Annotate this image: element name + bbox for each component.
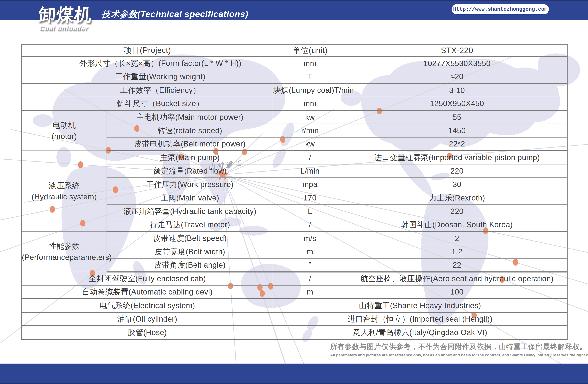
spec-label: 电气系统(Electrical system) — [21, 299, 273, 312]
spec-unit: kw — [273, 111, 347, 124]
spec-value: 1450 — [347, 124, 567, 137]
spec-unit: L/min — [273, 164, 347, 178]
disclaimer-line-cn: 所有参数与图片仅供参考，不作为合同附件及依据，山特重工保留最终解释权。 — [330, 342, 555, 352]
spec-value: 22 — [347, 258, 567, 272]
spec-label: 全封闭驾驶室(Fully enclosed cab) — [21, 272, 273, 285]
table-header-row: 项目(Project) 单位(unit) STX-220 — [21, 44, 567, 57]
spec-label: 主阀(Main valve) — [107, 191, 273, 205]
spec-value: 进口密封（恒立）(Imported seal (Hengli)) — [273, 312, 567, 326]
spec-unit: m — [273, 285, 347, 299]
spec-value: 韩国斗山(Doosan, South Korea) — [347, 218, 567, 232]
spec-value: ≈20 — [347, 70, 567, 84]
table-row: 工作重量(Working weight) T ≈20 — [21, 70, 567, 84]
spec-label: 液压油箱容量(Hydraulic tank capacity) — [107, 205, 273, 218]
spec-unit: L — [273, 205, 347, 218]
table-row: 油缸(Oil cylinder) 进口密封（恒立）(Imported seal … — [21, 312, 567, 326]
spec-value: 220 — [347, 164, 567, 178]
spec-value: 1.2 — [347, 245, 567, 258]
column-header-unit: 单位(unit) — [273, 44, 347, 57]
spec-table: 项目(Project) 单位(unit) STX-220 外形尺寸（长×宽×高）… — [21, 44, 567, 339]
spec-unit: r/min — [273, 124, 347, 137]
spec-unit: 块煤(Lumpy coal)T/min — [273, 84, 347, 97]
column-header-model: STX-220 — [347, 44, 567, 57]
spec-value: 进口变量柱赛泵(Imported variable piston pump) — [347, 151, 567, 164]
spec-unit: / — [273, 151, 347, 164]
spec-label: 主电机功率(Main motor power) — [107, 111, 273, 124]
spec-value: 航空座椅、液压操作(Aero seat and hydraulic operat… — [347, 272, 567, 285]
spec-label: 自动卷缆装置(Automatic cabling devi) — [21, 285, 273, 299]
spec-value: 2 — [347, 232, 567, 245]
spec-unit: T — [273, 70, 347, 84]
column-header-project: 项目(Project) — [21, 44, 273, 57]
spec-label: 皮带宽度(Belt width) — [107, 245, 273, 258]
website-url-text: Http://www.shantezhonggong.com — [453, 6, 547, 12]
spec-value: 22*2 — [347, 137, 567, 151]
spec-label: 皮带电机功率(Belt motor power) — [107, 137, 273, 151]
spec-label: 工作效率（Efficiency） — [21, 84, 273, 97]
logo-title: 卸煤机 — [38, 6, 93, 23]
group-label-hydraulic: 液压系统 (Hydraulic system) — [21, 151, 107, 232]
spec-unit: m — [273, 245, 347, 258]
spec-value: 55 — [347, 111, 567, 124]
spec-unit: mm — [273, 57, 347, 70]
spec-unit: m/s — [273, 232, 347, 245]
header-top-strip — [0, 0, 588, 1]
table-row: 液压系统 (Hydraulic system) 主泵(Main pump) / … — [21, 151, 567, 164]
table-row: 工作效率（Efficiency） 块煤(Lumpy coal)T/min 3-1… — [21, 84, 567, 97]
spec-unit: kw — [273, 137, 347, 151]
spec-value: 30 — [347, 178, 567, 191]
table-row: 胶管(Hose) 意大利/青岛橡六(Italy/Qingdao Oak VI) — [21, 326, 567, 339]
spec-value: 3-10 — [347, 84, 567, 97]
spec-label: 主泵(Main pump) — [107, 151, 273, 164]
spec-value: 力士乐(Rexroth) — [347, 191, 567, 205]
spec-unit: ° — [273, 258, 347, 272]
group-label-motor: 电动机 (motor) — [21, 111, 107, 151]
spec-value: 山特重工(Shante Heavy Industries) — [273, 299, 567, 312]
table-row: 外形尺寸（长×宽×高）(Form factor(L * W * H)) mm 1… — [21, 57, 567, 70]
logo: 卸煤机 Coal unloader — [39, 6, 92, 31]
spec-label: 油缸(Oil cylinder) — [21, 312, 273, 326]
table-row: 电动机 (motor) 主电机功率(Main motor power) kw 5… — [21, 111, 567, 124]
disclaimer: 所有参数与图片仅供参考，不作为合同附件及依据，山特重工保留最终解释权。 All … — [330, 342, 555, 358]
table-row: 全封闭驾驶室(Fully enclosed cab) / 航空座椅、液压操作(A… — [21, 272, 567, 285]
spec-label: 外形尺寸（长×宽×高）(Form factor(L * W * H)) — [21, 57, 273, 70]
group-label-performance: 性能参数 (Performanceparameters) — [21, 232, 107, 272]
spec-value: 100 — [347, 285, 567, 299]
table-row: 铲斗尺寸（Bucket size） mm 1250X950X450 — [21, 97, 567, 111]
disclaimer-line-en: All parameters and pictures are for refe… — [330, 353, 555, 358]
footer-edge-strip — [0, 383, 588, 384]
spec-label: 额定流量(Rated flow) — [107, 164, 273, 178]
spec-label: 皮带角度(Belt angle) — [107, 258, 273, 272]
spec-value: 10277X5530X3550 — [347, 57, 567, 70]
spec-value: 220 — [347, 205, 567, 218]
spec-label: 胶管(Hose) — [21, 326, 273, 339]
page-title: 技术参数(Technical specifications) — [102, 8, 248, 20]
spec-value: 1250X950X450 — [347, 97, 567, 111]
table-row: 自动卷缆装置(Automatic cabling devi) m 100 — [21, 285, 567, 299]
logo-subtitle: Coal unloader — [39, 25, 92, 31]
website-link[interactable]: Http://www.shantezhonggong.com — [452, 4, 549, 14]
spec-label: 铲斗尺寸（Bucket size） — [21, 97, 273, 111]
footer-bar — [0, 363, 588, 384]
spec-unit: / — [273, 218, 347, 232]
spec-value: 意大利/青岛橡六(Italy/Qingdao Oak VI) — [273, 326, 567, 339]
table-row: 电气系统(Electrical system) 山特重工(Shante Heav… — [21, 299, 567, 312]
spec-label: 工作重量(Working weight) — [21, 70, 273, 84]
spec-unit: mpa — [273, 178, 347, 191]
spec-label: 皮带速度(Belt speed) — [107, 232, 273, 245]
table-row: 性能参数 (Performanceparameters) 皮带速度(Belt s… — [21, 232, 567, 245]
spec-sheet-page: 山特重工 卸煤机 Coal unloader 技术参数(Technical sp… — [0, 0, 588, 384]
spec-unit: mm — [273, 97, 347, 111]
spec-unit: 170 — [273, 191, 347, 205]
spec-label: 行走马达(Travel motor) — [107, 218, 273, 232]
spec-label: 工作压力(Work pressure) — [107, 178, 273, 191]
spec-label: 转速(rotate speed) — [107, 124, 273, 137]
spec-unit: / — [273, 272, 347, 285]
